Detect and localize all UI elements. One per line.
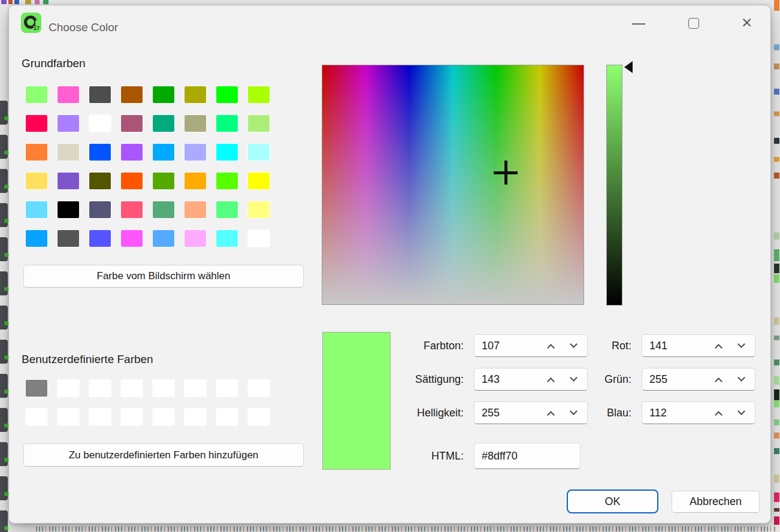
custom-color-swatch[interactable]	[58, 380, 79, 397]
ok-button[interactable]: OK	[567, 489, 658, 513]
basic-color-swatch[interactable]	[153, 230, 174, 247]
spin-up-icon[interactable]	[715, 377, 722, 385]
basic-color-swatch[interactable]	[26, 230, 47, 247]
basic-color-swatch[interactable]	[248, 86, 270, 103]
spin-up-icon[interactable]	[715, 344, 722, 352]
background-fragment	[4, 185, 8, 189]
basic-color-swatch[interactable]	[216, 86, 238, 103]
maximize-button[interactable]	[680, 14, 708, 34]
basic-color-swatch[interactable]	[185, 201, 206, 218]
basic-color-swatch[interactable]	[58, 173, 79, 189]
custom-color-swatch[interactable]	[153, 409, 174, 425]
basic-color-swatch[interactable]	[185, 115, 206, 132]
basic-color-swatch[interactable]	[58, 144, 79, 161]
basic-color-swatch[interactable]	[26, 115, 47, 132]
hue-value[interactable]: 107	[482, 335, 500, 356]
basic-colors-grid	[26, 86, 270, 247]
basic-color-swatch[interactable]	[121, 201, 143, 218]
custom-color-swatch[interactable]	[216, 380, 238, 397]
basic-color-swatch[interactable]	[58, 201, 79, 218]
custom-color-swatch[interactable]	[185, 380, 206, 397]
custom-color-swatch[interactable]	[248, 380, 270, 397]
blue-value[interactable]: 112	[649, 402, 667, 424]
basic-color-swatch[interactable]	[185, 86, 206, 103]
basic-color-swatch[interactable]	[153, 173, 174, 189]
spin-up-icon[interactable]	[547, 411, 555, 419]
basic-color-swatch[interactable]	[185, 230, 206, 247]
basic-color-swatch[interactable]	[26, 173, 47, 189]
custom-color-swatch[interactable]	[216, 409, 238, 425]
basic-color-swatch[interactable]	[248, 173, 270, 189]
custom-color-swatch[interactable]	[89, 409, 111, 425]
custom-color-swatch[interactable]	[89, 380, 111, 397]
basic-color-swatch[interactable]	[121, 144, 143, 161]
basic-color-swatch[interactable]	[26, 86, 47, 103]
basic-color-swatch[interactable]	[121, 86, 143, 103]
spin-up-icon[interactable]	[547, 377, 555, 385]
green-spinbox[interactable]: 255	[642, 368, 755, 391]
basic-color-swatch[interactable]	[26, 144, 47, 161]
basic-color-swatch[interactable]	[248, 201, 270, 218]
basic-color-swatch[interactable]	[248, 115, 270, 132]
basic-color-swatch[interactable]	[121, 173, 143, 189]
custom-color-swatch[interactable]	[121, 380, 143, 397]
minimize-button[interactable]	[625, 14, 652, 34]
red-spinbox[interactable]: 141	[642, 334, 755, 357]
blue-spinbox[interactable]: 112	[642, 401, 755, 424]
basic-color-swatch[interactable]	[89, 173, 111, 189]
spin-up-icon[interactable]	[547, 344, 555, 352]
basic-color-swatch[interactable]	[58, 115, 79, 132]
add-custom-color-button[interactable]: Zu benutzerdefinierten Farben hinzufügen	[23, 443, 304, 467]
basic-color-swatch[interactable]	[153, 115, 174, 132]
basic-color-swatch[interactable]	[248, 230, 270, 247]
html-color-input[interactable]: #8dff70	[474, 443, 581, 469]
custom-color-swatch[interactable]	[26, 409, 47, 425]
custom-color-swatch[interactable]	[153, 380, 174, 397]
basic-color-swatch[interactable]	[216, 144, 238, 161]
basic-color-swatch[interactable]	[248, 144, 270, 161]
custom-color-swatch[interactable]	[121, 409, 143, 425]
basic-color-swatch[interactable]	[153, 144, 174, 161]
saturation-value[interactable]: 143	[482, 368, 500, 390]
basic-color-swatch[interactable]	[121, 115, 143, 132]
color-crosshair[interactable]	[504, 161, 507, 185]
basic-color-swatch[interactable]	[121, 230, 143, 247]
red-value[interactable]: 141	[649, 335, 667, 356]
custom-color-swatch[interactable]	[26, 380, 47, 397]
luminance-slider-handle[interactable]	[624, 61, 633, 73]
custom-color-swatch[interactable]	[185, 409, 206, 425]
basic-color-swatch[interactable]	[185, 173, 206, 189]
custom-color-swatch[interactable]	[248, 409, 270, 425]
background-fragment	[0, 306, 8, 330]
basic-color-swatch[interactable]	[153, 201, 174, 218]
basic-color-swatch[interactable]	[216, 201, 238, 218]
basic-color-swatch[interactable]	[153, 86, 174, 103]
close-button[interactable]: ✕	[735, 14, 763, 34]
cancel-button[interactable]: Abbrechen	[672, 491, 760, 513]
pick-screen-color-button[interactable]: Farbe vom Bildschirm wählen	[23, 265, 304, 288]
basic-color-swatch[interactable]	[185, 144, 206, 161]
green-value[interactable]: 255	[649, 368, 667, 390]
basic-color-swatch[interactable]	[58, 86, 79, 103]
basic-color-swatch[interactable]	[89, 115, 111, 132]
spin-down-icon[interactable]	[737, 374, 745, 382]
luminance-slider[interactable]	[606, 65, 622, 306]
choose-color-dialog: 17 Choose Color ✕ Grundfarben Farbe vom …	[8, 5, 771, 524]
basic-color-swatch[interactable]	[89, 201, 111, 218]
basic-color-swatch[interactable]	[89, 86, 111, 103]
spin-up-icon[interactable]	[715, 411, 722, 419]
basic-color-swatch[interactable]	[216, 115, 238, 132]
spin-down-icon[interactable]	[737, 340, 745, 348]
spin-down-icon[interactable]	[737, 407, 745, 415]
close-icon: ✕	[741, 15, 752, 31]
custom-color-swatch[interactable]	[58, 409, 79, 425]
hue-saturation-picker[interactable]	[322, 65, 584, 305]
basic-color-swatch[interactable]	[216, 230, 238, 247]
basic-color-swatch[interactable]	[58, 230, 79, 247]
basic-color-swatch[interactable]	[89, 144, 111, 161]
html-color-value[interactable]: #8dff70	[482, 443, 518, 468]
basic-color-swatch[interactable]	[89, 230, 111, 247]
basic-color-swatch[interactable]	[26, 201, 47, 218]
value-value[interactable]: 255	[482, 402, 500, 424]
basic-color-swatch[interactable]	[216, 173, 238, 189]
